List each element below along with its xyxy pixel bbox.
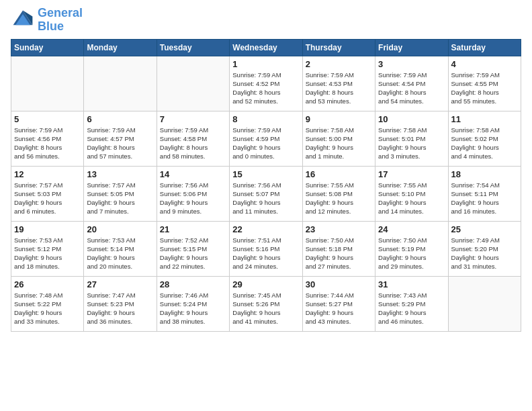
day-info: Sunrise: 7:56 AMSunset: 5:07 PMDaylight:… bbox=[232, 181, 299, 216]
calendar-table: SundayMondayTuesdayWednesdayThursdayFrid… bbox=[11, 39, 521, 332]
day-info: Sunrise: 7:54 AMSunset: 5:11 PMDaylight:… bbox=[451, 181, 518, 216]
calendar-cell: 31Sunrise: 7:43 AMSunset: 5:29 PMDayligh… bbox=[375, 276, 448, 331]
day-number: 2 bbox=[306, 59, 372, 69]
daylight-label: Daylight: 9 hours bbox=[451, 254, 499, 261]
day-info: Sunrise: 7:50 AMSunset: 5:18 PMDaylight:… bbox=[306, 236, 372, 271]
calendar-cell: 14Sunrise: 7:56 AMSunset: 5:06 PMDayligh… bbox=[157, 166, 229, 221]
sunrise-info: Sunrise: 7:47 AM bbox=[87, 291, 135, 299]
day-info: Sunrise: 7:59 AMSunset: 4:55 PMDaylight:… bbox=[451, 71, 518, 106]
sunrise-info: Sunrise: 7:51 AM bbox=[232, 236, 281, 244]
day-number: 14 bbox=[160, 169, 226, 179]
daylight-label: Daylight: 9 hours bbox=[160, 309, 208, 316]
calendar-cell: 24Sunrise: 7:50 AMSunset: 5:19 PMDayligh… bbox=[375, 221, 448, 276]
daylight-minutes: and 14 minutes. bbox=[378, 208, 424, 215]
weekday-header-row: SundayMondayTuesdayWednesdayThursdayFrid… bbox=[11, 39, 521, 56]
day-info: Sunrise: 7:58 AMSunset: 5:00 PMDaylight:… bbox=[306, 126, 372, 161]
header: General Blue bbox=[11, 7, 521, 34]
calendar-week-row: 19Sunrise: 7:53 AMSunset: 5:12 PMDayligh… bbox=[11, 221, 521, 276]
sunset-info: Sunset: 5:03 PM bbox=[14, 190, 61, 197]
daylight-minutes: and 43 minutes. bbox=[306, 318, 351, 325]
day-number: 22 bbox=[232, 224, 299, 234]
calendar-cell: 7Sunrise: 7:59 AMSunset: 4:58 PMDaylight… bbox=[157, 111, 229, 166]
daylight-minutes: and 31 minutes. bbox=[451, 263, 497, 270]
day-number: 7 bbox=[160, 114, 226, 124]
daylight-minutes: and 6 minutes. bbox=[14, 208, 56, 215]
daylight-label: Daylight: 9 hours bbox=[160, 254, 208, 261]
day-info: Sunrise: 7:57 AMSunset: 5:05 PMDaylight:… bbox=[87, 181, 153, 216]
daylight-label: Daylight: 8 hours bbox=[306, 89, 353, 96]
sunrise-info: Sunrise: 7:59 AM bbox=[306, 71, 354, 79]
sunset-info: Sunset: 5:27 PM bbox=[306, 300, 353, 308]
logo-icon bbox=[11, 8, 35, 32]
daylight-label: Daylight: 9 hours bbox=[378, 199, 426, 206]
daylight-label: Daylight: 8 hours bbox=[378, 89, 426, 96]
daylight-minutes: and 18 minutes. bbox=[14, 263, 60, 270]
day-number: 4 bbox=[451, 59, 518, 69]
calendar-cell bbox=[84, 56, 157, 111]
daylight-minutes: and 55 minutes. bbox=[451, 97, 497, 105]
sunrise-info: Sunrise: 7:46 AM bbox=[160, 291, 208, 299]
sunrise-info: Sunrise: 7:55 AM bbox=[378, 181, 427, 189]
daylight-minutes: and 46 minutes. bbox=[378, 318, 424, 325]
sunrise-info: Sunrise: 7:55 AM bbox=[306, 181, 354, 189]
sunrise-info: Sunrise: 7:50 AM bbox=[378, 236, 427, 244]
sunrise-info: Sunrise: 7:44 AM bbox=[306, 291, 354, 299]
day-number: 15 bbox=[232, 169, 299, 179]
day-number: 11 bbox=[451, 114, 518, 124]
calendar-cell bbox=[11, 56, 84, 111]
day-number: 12 bbox=[14, 169, 81, 179]
daylight-label: Daylight: 8 hours bbox=[451, 89, 499, 96]
day-number: 10 bbox=[378, 114, 445, 124]
daylight-minutes: and 36 minutes. bbox=[87, 318, 132, 325]
sunset-info: Sunset: 5:23 PM bbox=[87, 300, 134, 308]
day-number: 25 bbox=[451, 224, 518, 234]
daylight-label: Daylight: 9 hours bbox=[160, 199, 208, 206]
calendar-cell: 19Sunrise: 7:53 AMSunset: 5:12 PMDayligh… bbox=[11, 221, 84, 276]
sunset-info: Sunset: 5:07 PM bbox=[232, 190, 279, 197]
sunrise-info: Sunrise: 7:50 AM bbox=[306, 236, 354, 244]
day-info: Sunrise: 7:59 AMSunset: 4:52 PMDaylight:… bbox=[232, 71, 299, 106]
weekday-header-saturday: Saturday bbox=[448, 39, 521, 56]
sunrise-info: Sunrise: 7:43 AM bbox=[378, 291, 427, 299]
sunset-info: Sunset: 5:15 PM bbox=[160, 245, 207, 253]
day-info: Sunrise: 7:47 AMSunset: 5:23 PMDaylight:… bbox=[87, 291, 153, 326]
daylight-label: Daylight: 9 hours bbox=[306, 144, 353, 151]
day-info: Sunrise: 7:51 AMSunset: 5:16 PMDaylight:… bbox=[232, 236, 299, 271]
sunrise-info: Sunrise: 7:59 AM bbox=[14, 126, 62, 134]
sunset-info: Sunset: 5:16 PM bbox=[232, 245, 279, 253]
sunrise-info: Sunrise: 7:57 AM bbox=[14, 181, 62, 189]
calendar-cell: 5Sunrise: 7:59 AMSunset: 4:56 PMDaylight… bbox=[11, 111, 84, 166]
sunset-info: Sunset: 4:55 PM bbox=[451, 80, 498, 87]
daylight-label: Daylight: 9 hours bbox=[14, 199, 62, 206]
day-info: Sunrise: 7:59 AMSunset: 4:59 PMDaylight:… bbox=[232, 126, 299, 161]
sunset-info: Sunset: 5:14 PM bbox=[87, 245, 134, 253]
day-number: 19 bbox=[14, 224, 81, 234]
calendar-cell: 13Sunrise: 7:57 AMSunset: 5:05 PMDayligh… bbox=[84, 166, 157, 221]
daylight-label: Daylight: 9 hours bbox=[378, 254, 426, 261]
sunset-info: Sunset: 5:12 PM bbox=[14, 245, 61, 253]
day-info: Sunrise: 7:59 AMSunset: 4:57 PMDaylight:… bbox=[87, 126, 153, 161]
daylight-minutes: and 3 minutes. bbox=[378, 152, 420, 160]
daylight-label: Daylight: 9 hours bbox=[232, 254, 280, 261]
day-number: 21 bbox=[160, 224, 226, 234]
sunset-info: Sunset: 5:29 PM bbox=[378, 300, 425, 308]
day-number: 16 bbox=[306, 169, 372, 179]
daylight-label: Daylight: 9 hours bbox=[378, 309, 426, 316]
sunrise-info: Sunrise: 7:58 AM bbox=[306, 126, 354, 134]
calendar-cell: 30Sunrise: 7:44 AMSunset: 5:27 PMDayligh… bbox=[302, 276, 375, 331]
sunset-info: Sunset: 4:58 PM bbox=[160, 135, 207, 142]
day-number: 18 bbox=[451, 169, 518, 179]
sunrise-info: Sunrise: 7:59 AM bbox=[160, 126, 208, 134]
daylight-label: Daylight: 9 hours bbox=[378, 144, 426, 151]
daylight-label: Daylight: 9 hours bbox=[87, 254, 134, 261]
daylight-minutes: and 33 minutes. bbox=[14, 318, 60, 325]
sunset-info: Sunset: 5:06 PM bbox=[160, 190, 207, 197]
daylight-label: Daylight: 9 hours bbox=[14, 309, 62, 316]
sunrise-info: Sunrise: 7:53 AM bbox=[14, 236, 62, 244]
sunset-info: Sunset: 5:02 PM bbox=[451, 135, 498, 142]
day-info: Sunrise: 7:48 AMSunset: 5:22 PMDaylight:… bbox=[14, 291, 81, 326]
daylight-label: Daylight: 9 hours bbox=[87, 309, 134, 316]
daylight-label: Daylight: 8 hours bbox=[14, 144, 62, 151]
day-number: 30 bbox=[306, 279, 372, 289]
day-number: 5 bbox=[14, 114, 81, 124]
